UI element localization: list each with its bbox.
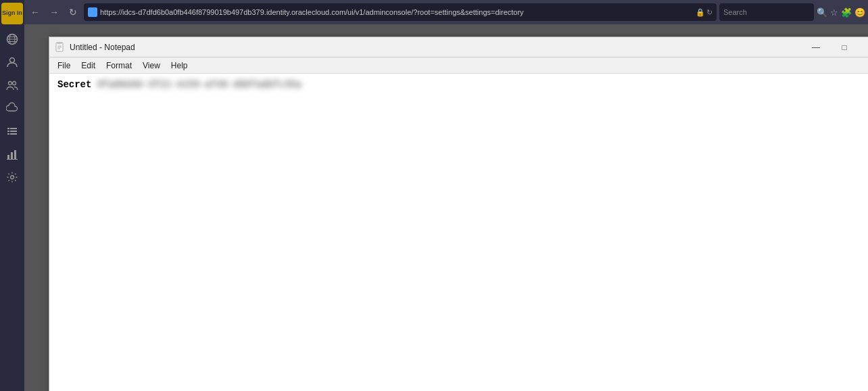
svg-rect-20	[57, 42, 62, 44]
address-text: https://idcs-d7dfd6b0a0fb446f8799019b497…	[100, 8, 693, 16]
star-icon[interactable]: ☆	[830, 7, 838, 18]
close-button[interactable]: ✕	[859, 40, 868, 55]
browser-bar: ← → ↻ https://idcs-d7dfd6b0a0fb446f87990…	[24, 0, 868, 24]
secret-value: 9fa00d40-3f22-4159-af48-d66fadbfc35a	[97, 79, 301, 90]
svg-rect-11	[10, 131, 17, 132]
forward-button[interactable]: →	[46, 4, 62, 20]
secret-line: Secret 9fa00d40-3f22-4159-af48-d66fadbfc…	[57, 79, 868, 90]
svg-rect-15	[11, 152, 13, 159]
sidebar-user-button[interactable]	[1, 51, 23, 73]
search-icon[interactable]: 🔍	[817, 7, 827, 18]
sidebar-list-button[interactable]	[1, 120, 23, 142]
refresh-icon: ↻	[706, 8, 713, 17]
back-button[interactable]: ←	[27, 4, 43, 20]
sidebar-settings-button[interactable]	[1, 166, 23, 188]
list-icon	[5, 124, 19, 138]
group-icon	[5, 78, 19, 92]
file-menu[interactable]: File	[52, 60, 76, 72]
extensions-icon[interactable]: 🧩	[841, 7, 852, 18]
svg-point-18	[11, 176, 14, 179]
main-area: ← → ↻ https://idcs-d7dfd6b0a0fb446f87990…	[24, 0, 868, 391]
svg-rect-10	[7, 131, 9, 132]
notepad-menubar: File Edit Format View Help	[49, 58, 868, 74]
svg-rect-16	[14, 150, 16, 159]
notepad-content[interactable]: Secret 9fa00d40-3f22-4159-af48-d66fadbfc…	[49, 74, 868, 391]
svg-rect-13	[10, 133, 17, 135]
notepad-title: Untitled - Notepad	[70, 43, 802, 52]
notepad-window-controls: — □ ✕	[802, 40, 868, 55]
globe-icon	[5, 32, 19, 46]
view-menu[interactable]: View	[137, 60, 166, 72]
address-bar[interactable]: https://idcs-d7dfd6b0a0fb446f8799019b497…	[84, 3, 717, 21]
chart-icon	[5, 147, 19, 161]
sidebar-globe-button[interactable]	[1, 28, 23, 50]
edit-menu[interactable]: Edit	[76, 60, 101, 72]
svg-point-6	[9, 82, 12, 85]
notepad-titlebar: Untitled - Notepad — □ ✕	[49, 37, 868, 58]
lock-icon: 🔒	[696, 8, 705, 17]
user-icon	[5, 55, 19, 69]
search-placeholder: Search	[723, 8, 747, 16]
refresh-button[interactable]: ↻	[65, 4, 81, 20]
svg-point-7	[13, 82, 16, 85]
sign-in-button[interactable]: Sign In	[1, 3, 23, 24]
sidebar-cloud-button[interactable]	[1, 97, 23, 119]
address-security-icons: 🔒 ↻	[696, 8, 713, 17]
browser-right-icons: 🔍 ☆ 🧩 😊	[817, 7, 865, 18]
svg-rect-9	[10, 128, 17, 129]
settings-icon	[5, 170, 19, 184]
browser-sidebar: Sign In	[0, 0, 24, 391]
cloud-icon	[5, 101, 19, 115]
address-favicon	[88, 7, 97, 17]
notepad-window: Untitled - Notepad — □ ✕ File Edit Forma…	[49, 37, 868, 391]
sidebar-chart-button[interactable]	[1, 143, 23, 165]
svg-rect-8	[7, 128, 9, 129]
format-menu[interactable]: Format	[101, 60, 137, 72]
secret-label: Secret	[57, 79, 91, 90]
svg-rect-12	[7, 133, 9, 135]
notepad-icon	[55, 42, 66, 53]
svg-rect-14	[7, 155, 9, 159]
svg-point-5	[10, 58, 15, 63]
profile-icon[interactable]: 😊	[854, 7, 865, 18]
minimize-button[interactable]: —	[802, 40, 829, 55]
search-bar[interactable]: Search	[719, 3, 814, 21]
sidebar-group-button[interactable]	[1, 74, 23, 96]
help-menu[interactable]: Help	[166, 60, 193, 72]
maximize-button[interactable]: □	[831, 40, 858, 55]
